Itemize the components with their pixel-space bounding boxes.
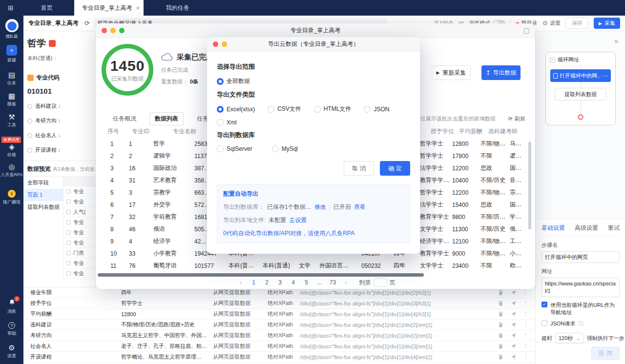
table-row[interactable]: 授予学位 哲学学士 从网页提取数据 绝对XPath //div[@class="… <box>23 298 535 309</box>
rpa-note-link[interactable]: 0代码自动化导出数据/API对接，请使用八爪鱼RPA <box>223 229 404 238</box>
modal-tab[interactable]: 任务概况 <box>107 112 142 125</box>
trash-icon[interactable] <box>498 311 504 317</box>
table-row[interactable]: 选科建议 不限/物理/历史/思政/思政+历史 从网页提取数据 绝对XPath /… <box>23 320 535 330</box>
save-button[interactable]: 保存 <box>565 18 589 29</box>
settings-tab[interactable]: 重试 <box>608 224 620 232</box>
send-icon[interactable] <box>510 354 517 360</box>
trash-icon[interactable] <box>498 300 504 306</box>
checkbox[interactable] <box>66 230 71 235</box>
tab-home[interactable]: 首页 <box>33 0 61 16</box>
preview-nav-item[interactable]: 全部字段 <box>23 177 63 189</box>
sidebar-item-promo[interactable]: ¥ 推广赚现 <box>3 190 21 205</box>
url-textarea[interactable]: https://www.gaokao.cn/special/1 <box>542 278 620 297</box>
step-more-icon[interactable]: ⋯ <box>603 73 608 79</box>
confirm-button[interactable]: 确 定 <box>380 161 410 176</box>
collapse-panel-icon[interactable]: » <box>614 37 618 45</box>
settings-tab[interactable]: 高级设置 <box>575 224 598 232</box>
radio-option[interactable]: MySql <box>272 145 298 152</box>
checkbox[interactable] <box>66 271 71 276</box>
trash-icon[interactable] <box>498 343 504 349</box>
table-row[interactable]: 修业年限 四年 从网页提取数据 绝对XPath //div[@class="fl… <box>23 287 535 298</box>
radio-option[interactable]: CSV文件 <box>268 105 301 113</box>
json-request-option[interactable]: JSON请求 ⓘ <box>542 320 620 327</box>
close-traffic-light[interactable] <box>102 28 107 33</box>
apply-button[interactable]: 应 用 <box>591 347 620 360</box>
configure-link[interactable]: 去设置 <box>289 216 307 224</box>
preview-nav-item[interactable]: 页面 1 <box>23 189 63 201</box>
field-row[interactable]: 专业 <box>63 258 95 268</box>
vertical-scrollbar[interactable] <box>528 142 531 229</box>
radio-option[interactable]: 全部数据 <box>217 77 250 85</box>
page-number[interactable]: 3 <box>275 278 285 287</box>
collect-button[interactable]: ▶ 采集 <box>594 18 620 29</box>
sidebar-item-settings[interactable]: ⚙ 设置 <box>7 344 16 359</box>
field-row[interactable]: 专业 <box>63 197 95 207</box>
radio-option[interactable]: SqlServer <box>217 145 252 152</box>
page-number[interactable]: … <box>315 278 325 287</box>
loop-end-node[interactable] <box>578 114 583 120</box>
tab-current-task[interactable]: 专业目录_掌上高考 × <box>74 0 144 16</box>
recollect-button[interactable]: ▶ 重新采集 <box>432 65 471 80</box>
checkbox[interactable] <box>66 210 71 214</box>
table-row[interactable]: 11 76 葡萄牙语 101577 本科(普… 本科(普通) 文学 外国语言… … <box>107 260 527 272</box>
table-row[interactable]: 平均薪酬 12800 从网页提取数据 绝对XPath //div[@class=… <box>23 309 535 320</box>
prev-page-icon[interactable]: ‹ <box>236 278 246 287</box>
checkbox-checked[interactable]: ✓ <box>542 302 547 307</box>
horizontal-scrollbar[interactable] <box>98 273 424 277</box>
send-icon[interactable] <box>510 311 517 317</box>
page-number[interactable]: 4 <box>289 278 298 287</box>
sidebar-item-tasks[interactable]: ▤ 任务 <box>7 71 16 86</box>
trash-icon[interactable] <box>498 289 504 296</box>
send-icon[interactable] <box>510 289 517 296</box>
close-traffic-light[interactable] <box>213 41 218 47</box>
preview-nav-item[interactable]: 提取列表数据 <box>23 201 63 213</box>
more-icon[interactable]: ⋮ <box>523 343 528 349</box>
expand-icon[interactable] <box>524 28 529 34</box>
next-page-icon[interactable]: › <box>341 278 351 287</box>
send-icon[interactable] <box>510 343 517 349</box>
field-row[interactable]: 专业 <box>63 186 95 197</box>
extract-data-step[interactable]: 提取列表数据 <box>555 88 606 101</box>
octopus-logo-avatar[interactable] <box>5 19 19 32</box>
export-data-button[interactable]: ↥ 导出数据 <box>481 65 521 80</box>
loop-step-block[interactable]: − 循环网址 打开循环中的网… ⋯ 提取列表数据 <box>545 52 616 125</box>
radio-option[interactable]: Excel(xlsx) <box>217 106 255 113</box>
field-row[interactable]: 门类 <box>63 248 95 258</box>
trash-icon[interactable] <box>498 322 504 328</box>
modal-tab[interactable]: 数据列表 <box>149 112 184 125</box>
more-icon[interactable]: ⋮ <box>523 332 528 339</box>
radio-option[interactable]: HTML文件 <box>314 105 352 113</box>
tab-my-tasks[interactable]: 我的任务 <box>158 0 197 16</box>
checkbox[interactable] <box>66 189 71 194</box>
trash-icon[interactable] <box>498 354 504 360</box>
use-loop-url-option[interactable]: ✓ 使用当前循环里的URL作为导航地址 <box>542 302 620 316</box>
field-row[interactable]: 专业 <box>63 217 95 227</box>
page-number[interactable]: 5 <box>302 278 312 287</box>
modify-link[interactable]: 修改 <box>314 203 326 211</box>
field-row[interactable]: 专业 <box>63 227 95 238</box>
sidebar-item-messages[interactable]: 7 消息 <box>7 299 16 315</box>
sidebar-item-new[interactable]: ＋ 新建 <box>6 45 17 63</box>
page-number[interactable]: 1 <box>249 278 259 287</box>
checkbox[interactable] <box>66 220 71 224</box>
close-icon[interactable]: × <box>136 4 140 12</box>
table-row[interactable]: 开设课程 哲学概论、马克思主义哲学原理… 从网页提取数据 绝对XPath //d… <box>23 352 535 363</box>
field-row[interactable]: 专业 <box>63 238 95 248</box>
step-name-input[interactable] <box>542 251 620 263</box>
sidebar-item-help[interactable]: ? 帮助 <box>7 322 16 337</box>
minimize-traffic-light[interactable] <box>110 28 116 33</box>
more-icon[interactable]: ⋮ <box>523 311 528 317</box>
more-icon[interactable]: ⋮ <box>523 300 528 306</box>
minimize-traffic-light[interactable] <box>222 41 227 47</box>
trash-icon[interactable] <box>498 332 504 339</box>
page-number[interactable]: 73 <box>328 278 338 287</box>
refresh-button[interactable]: ⟳ 刷新 <box>508 115 525 122</box>
checkbox[interactable] <box>66 251 71 255</box>
settings-tab[interactable]: 基础设置 <box>542 224 565 232</box>
cancel-button[interactable]: 取 消 <box>344 161 374 176</box>
view-link[interactable]: 查看 <box>354 203 366 211</box>
checkbox-unchecked[interactable] <box>542 320 547 326</box>
app-grid-icon[interactable]: ⊞ <box>8 4 14 12</box>
radio-option[interactable]: JSON <box>364 106 389 113</box>
more-icon[interactable]: ⋮ <box>523 322 528 328</box>
